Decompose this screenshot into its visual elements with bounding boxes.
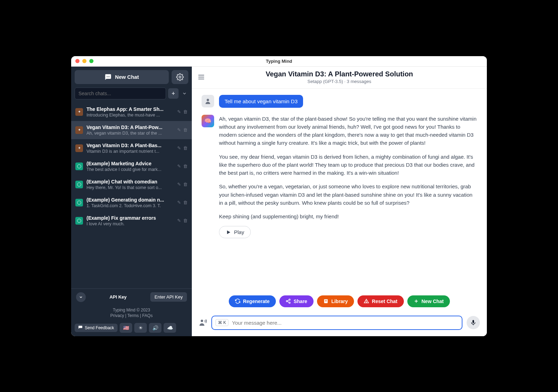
- new-chat-action-button[interactable]: New Chat: [407, 295, 450, 307]
- edit-icon[interactable]: ✎: [177, 145, 181, 151]
- footer-icon-row: Send Feedback 🇺🇸 ☀ 🔊 ☁️: [71, 321, 192, 336]
- chat-item-actions: ✎ 🗑: [177, 200, 188, 205]
- chat-list-item[interactable]: ✦ The Elephas App: A Smarter Sh... Intro…: [71, 103, 192, 121]
- feedback-label: Send Feedback: [85, 325, 114, 330]
- settings-button[interactable]: [172, 70, 188, 84]
- keyboard-shortcut: ⌘ K: [216, 319, 228, 326]
- minimize-window-button[interactable]: [82, 59, 86, 63]
- sun-icon: ☀: [138, 325, 143, 331]
- sound-toggle-button[interactable]: 🔊: [149, 323, 161, 333]
- chat-item-preview: 1. TaskGrid.com 2. TodoHive.com 3. T.: [86, 203, 174, 208]
- plus-icon: +: [172, 90, 175, 97]
- microphone-button[interactable]: [467, 316, 480, 329]
- api-key-row: API Key Enter API Key: [71, 289, 192, 306]
- trash-icon[interactable]: 🗑: [183, 200, 188, 205]
- edit-icon[interactable]: ✎: [177, 127, 181, 133]
- play-audio-button[interactable]: Play: [219, 226, 251, 238]
- chat-list: ✦ The Elephas App: A Smarter Sh... Intro…: [71, 103, 192, 288]
- sidebar-bottom: API Key Enter API Key Typing Mind © 2023…: [71, 288, 192, 336]
- toggle-sidebar-button[interactable]: [197, 73, 205, 81]
- search-row: +: [71, 88, 192, 103]
- svg-point-11: [207, 99, 209, 101]
- chat-item-title: (Example) Chat with comedian: [86, 179, 174, 184]
- svg-point-13: [289, 299, 290, 300]
- message-list: Tell me about vegan vitamin D3 🧠 Ah, veg…: [192, 89, 487, 294]
- chat-item-actions: ✎ 🗑: [177, 127, 188, 133]
- theme-toggle-button[interactable]: ☀: [134, 323, 147, 333]
- library-button[interactable]: Library: [317, 295, 354, 307]
- ai-paragraph: Ah, vegan vitamin D3, the star of the pl…: [219, 115, 477, 147]
- sidebar-top-row: New Chat: [71, 67, 192, 88]
- chat-text: (Example) Chat with comedian Hey there, …: [86, 179, 174, 190]
- chat-list-item[interactable]: ✦ Vegan Vitamin D3: A Plant-Pow... Ah, v…: [71, 121, 192, 139]
- person-speaking-icon: [199, 318, 207, 327]
- ai-avatar: 🧠: [202, 115, 214, 127]
- library-label: Library: [331, 299, 348, 304]
- message-input-wrap: ⌘ K: [211, 316, 462, 330]
- chat-item-actions: ✎ 🗑: [177, 164, 188, 169]
- book-icon: [323, 299, 329, 304]
- chat-list-item[interactable]: (Example) Generating domain n... 1. Task…: [71, 194, 192, 212]
- regenerate-label: Regenerate: [243, 299, 270, 304]
- reset-chat-button[interactable]: Reset Chat: [357, 295, 404, 307]
- svg-point-14: [286, 301, 288, 302]
- trash-icon[interactable]: 🗑: [183, 182, 188, 187]
- chat-item-actions: ✎ 🗑: [177, 182, 188, 187]
- chat-item-preview: The best advice I could give for mark...: [86, 167, 174, 172]
- cloud-icon: ☁️: [167, 325, 173, 331]
- edit-icon[interactable]: ✎: [177, 109, 181, 114]
- trash-icon[interactable]: 🗑: [183, 164, 188, 169]
- message-input[interactable]: [232, 318, 458, 327]
- chevron-down-icon: [182, 91, 187, 96]
- expand-folders-button[interactable]: [181, 88, 188, 99]
- chat-agent-icon: ✦: [75, 108, 83, 116]
- trash-icon[interactable]: 🗑: [183, 145, 188, 151]
- chat-list-item[interactable]: (Example) Fix grammar errors I love AI v…: [71, 212, 192, 230]
- share-button[interactable]: Share: [279, 295, 314, 307]
- collapse-sidebar-button[interactable]: [76, 292, 86, 302]
- gear-icon: [176, 73, 184, 81]
- trash-icon[interactable]: 🗑: [183, 109, 188, 114]
- faqs-link[interactable]: FAQs: [142, 313, 153, 318]
- regenerate-button[interactable]: Regenerate: [229, 295, 276, 307]
- chat-agent-icon: [75, 181, 83, 188]
- chat-item-title: Vegan Vitamin D3: A Plant-Bas...: [86, 143, 174, 148]
- trash-icon[interactable]: 🗑: [183, 218, 188, 223]
- sidebar: New Chat +: [71, 67, 192, 336]
- chat-list-item[interactable]: (Example) Marketing Advice The best advi…: [71, 157, 192, 175]
- chat-subtitle: Setapp (GPT-3.5) · 3 messages: [197, 79, 481, 84]
- chat-item-title: (Example) Marketing Advice: [86, 161, 174, 166]
- chat-title: Vegan Vitamin D3: A Plant-Powered Soluti…: [197, 70, 481, 78]
- language-button[interactable]: 🇺🇸: [120, 323, 132, 333]
- privacy-link[interactable]: Privacy: [110, 313, 124, 318]
- add-folder-button[interactable]: +: [168, 88, 179, 99]
- trash-icon[interactable]: 🗑: [183, 127, 188, 133]
- chat-item-preview: Ah, vegan vitamin D3, the star of the ..…: [86, 131, 174, 136]
- close-window-button[interactable]: [75, 59, 80, 63]
- cloud-sync-button[interactable]: ☁️: [164, 323, 176, 333]
- edit-icon[interactable]: ✎: [177, 218, 181, 223]
- chat-item-preview: Hey there, Mr. Yo! Is that some sort o..…: [86, 185, 174, 190]
- search-input[interactable]: [75, 88, 166, 99]
- edit-icon[interactable]: ✎: [177, 182, 181, 187]
- edit-icon[interactable]: ✎: [177, 200, 181, 205]
- app-window: Typing Mind New Chat: [71, 56, 487, 336]
- chat-list-item[interactable]: (Example) Chat with comedian Hey there, …: [71, 175, 192, 194]
- svg-point-2: [109, 76, 110, 77]
- main-pane: Vegan Vitamin D3: A Plant-Powered Soluti…: [192, 67, 487, 336]
- svg-point-25: [201, 320, 203, 322]
- enter-api-key-button[interactable]: Enter API Key: [150, 292, 187, 302]
- edit-icon[interactable]: ✎: [177, 164, 181, 169]
- flag-us-icon: 🇺🇸: [123, 325, 129, 331]
- svg-point-1: [108, 76, 108, 77]
- send-feedback-button[interactable]: Send Feedback: [75, 324, 118, 332]
- chat-item-actions: ✎ 🗑: [177, 145, 188, 151]
- zoom-window-button[interactable]: [89, 59, 93, 63]
- voice-input-button[interactable]: [199, 318, 207, 327]
- new-chat-label: New Chat: [115, 74, 139, 80]
- terms-link[interactable]: Terms: [127, 313, 139, 318]
- new-chat-button[interactable]: New Chat: [75, 70, 169, 84]
- chat-list-item[interactable]: ✦ Vegan Vitamin D3: A Plant-Bas... Vitam…: [71, 139, 192, 157]
- chat-text: (Example) Fix grammar errors I love AI v…: [86, 215, 174, 226]
- chat-item-title: (Example) Generating domain n...: [86, 197, 174, 203]
